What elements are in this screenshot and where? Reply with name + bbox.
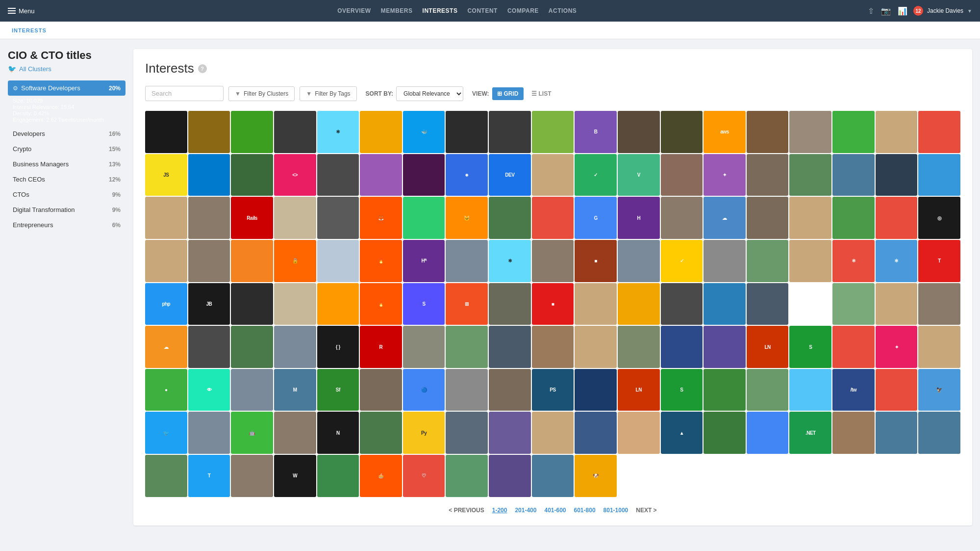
grid-cell[interactable] xyxy=(918,283,960,325)
grid-cell[interactable] xyxy=(489,326,531,368)
grid-cell[interactable]: /tw xyxy=(832,369,875,411)
sort-select[interactable]: Global Relevance xyxy=(396,86,463,101)
grid-cell[interactable] xyxy=(661,111,703,153)
grid-cell[interactable] xyxy=(789,197,831,239)
grid-cell[interactable] xyxy=(360,369,402,411)
grid-cell[interactable] xyxy=(446,412,488,454)
grid-cell[interactable]: ✓ xyxy=(661,240,703,282)
grid-cell[interactable]: M xyxy=(274,369,316,411)
grid-cell[interactable]: ✓ xyxy=(575,154,617,196)
grid-cell[interactable] xyxy=(789,154,831,196)
grid-cell[interactable]: ♡ xyxy=(403,455,445,497)
grid-cell[interactable]: R xyxy=(360,326,402,368)
grid-cell[interactable]: V xyxy=(618,154,660,196)
page-4-link[interactable]: 601-800 xyxy=(574,507,596,514)
grid-cell[interactable] xyxy=(661,326,703,368)
grid-cell[interactable]: ▲ xyxy=(661,412,703,454)
next-page-link[interactable]: NEXT > xyxy=(636,507,656,514)
grid-cell[interactable] xyxy=(876,283,918,325)
grid-cell[interactable] xyxy=(446,369,488,411)
grid-cell[interactable] xyxy=(832,111,875,153)
grid-cell[interactable] xyxy=(747,283,789,325)
grid-cell[interactable]: 🤖 xyxy=(231,412,273,454)
grid-cell[interactable] xyxy=(188,240,230,282)
grid-cell[interactable] xyxy=(575,326,617,368)
filter-tags-button[interactable]: ▼ Filter By Tags xyxy=(300,86,356,101)
grid-cell[interactable] xyxy=(532,326,574,368)
grid-cell[interactable] xyxy=(489,455,531,497)
grid-cell[interactable]: DEV xyxy=(489,154,531,196)
user-name[interactable]: Jackie Davies xyxy=(927,7,963,14)
grid-cell[interactable] xyxy=(403,326,445,368)
page-1-link[interactable]: 1-200 xyxy=(492,507,507,514)
grid-cell[interactable]: S xyxy=(403,283,445,325)
grid-cell[interactable] xyxy=(360,111,402,153)
grid-cell[interactable] xyxy=(661,283,703,325)
grid-cell[interactable] xyxy=(188,197,230,239)
grid-cell[interactable]: 🐱 xyxy=(446,197,488,239)
grid-cell[interactable] xyxy=(918,154,960,196)
grid-cell[interactable]: ☁ xyxy=(145,326,187,368)
grid-cell[interactable] xyxy=(876,111,918,153)
grid-cell[interactable] xyxy=(876,197,918,239)
sidebar-item-ctos[interactable]: CTOs 9% xyxy=(8,187,126,202)
grid-cell[interactable] xyxy=(188,412,230,454)
grid-cell[interactable] xyxy=(489,412,531,454)
grid-cell[interactable] xyxy=(446,455,488,497)
grid-cell[interactable]: aws xyxy=(789,283,831,325)
sidebar-item-entrepreneurs[interactable]: Entrepreneurs 6% xyxy=(8,217,126,233)
grid-cell[interactable] xyxy=(446,111,488,153)
grid-cell[interactable] xyxy=(360,412,402,454)
grid-cell[interactable] xyxy=(661,197,703,239)
grid-cell[interactable]: Sf xyxy=(317,369,359,411)
grid-cell[interactable] xyxy=(704,412,746,454)
grid-cell[interactable] xyxy=(747,240,789,282)
help-button[interactable]: ? xyxy=(198,64,207,73)
grid-cell[interactable]: LN xyxy=(747,326,789,368)
grid-cell[interactable]: ☁ xyxy=(704,197,746,239)
sidebar-item-developers[interactable]: Developers 16% xyxy=(8,126,126,141)
grid-cell[interactable] xyxy=(747,412,789,454)
grid-cell[interactable] xyxy=(618,111,660,153)
grid-cell[interactable] xyxy=(532,111,574,153)
grid-cell[interactable] xyxy=(532,240,574,282)
grid-cell[interactable]: ✦ xyxy=(704,154,746,196)
grid-cell[interactable] xyxy=(704,283,746,325)
grid-cell[interactable] xyxy=(274,412,316,454)
grid-cell[interactable]: ■ xyxy=(575,240,617,282)
grid-cell[interactable] xyxy=(532,455,574,497)
grid-cell[interactable]: G xyxy=(575,197,617,239)
grid-cell[interactable] xyxy=(145,111,187,153)
grid-cell[interactable]: 🐳 xyxy=(403,111,445,153)
grid-cell[interactable]: ◎ xyxy=(918,197,960,239)
grid-cell[interactable] xyxy=(832,326,875,368)
grid-cell[interactable]: Hᴿ xyxy=(403,240,445,282)
page-2-link[interactable]: 201-400 xyxy=(515,507,536,514)
grid-cell[interactable]: S xyxy=(789,326,831,368)
grid-cell[interactable] xyxy=(832,197,875,239)
grid-cell[interactable]: S xyxy=(661,369,703,411)
grid-cell[interactable]: ⚛ xyxy=(876,240,918,282)
grid-cell[interactable]: ■ xyxy=(532,283,574,325)
grid-cell[interactable] xyxy=(317,154,359,196)
menu-button[interactable]: Menu xyxy=(8,7,35,15)
grid-cell[interactable] xyxy=(532,197,574,239)
sidebar-item-digital-transformation[interactable]: Digital Transformation 9% xyxy=(8,202,126,217)
grid-cell[interactable]: 🔥 xyxy=(360,283,402,325)
grid-cell[interactable]: Py xyxy=(403,412,445,454)
filter-clusters-button[interactable]: ▼ Filter By Clusters xyxy=(228,86,295,101)
grid-cell[interactable] xyxy=(876,154,918,196)
grid-cell[interactable] xyxy=(618,240,660,282)
notification-badge[interactable]: 12 xyxy=(913,6,923,16)
grid-cell[interactable] xyxy=(661,154,703,196)
grid-cell[interactable] xyxy=(231,111,273,153)
grid-cell[interactable] xyxy=(618,326,660,368)
nav-interests[interactable]: INTERESTS xyxy=(423,7,458,14)
grid-cell[interactable] xyxy=(145,197,187,239)
grid-cell[interactable]: ⎈ xyxy=(446,154,488,196)
grid-cell[interactable] xyxy=(145,240,187,282)
prev-page-link[interactable]: < PREVIOUS xyxy=(449,507,484,514)
grid-cell[interactable] xyxy=(231,455,273,497)
grid-cell[interactable] xyxy=(532,154,574,196)
grid-cell[interactable] xyxy=(317,240,359,282)
